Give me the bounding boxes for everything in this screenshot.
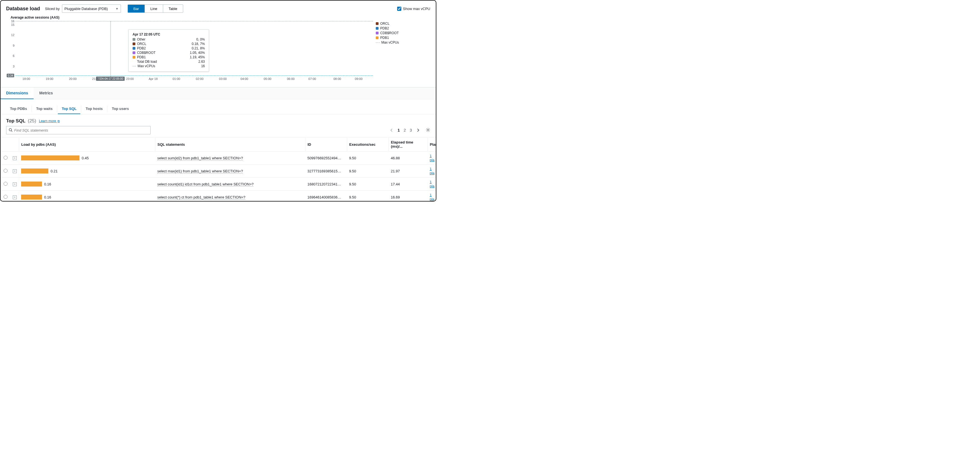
x-tick: 09:00: [355, 77, 363, 81]
plans-link[interactable]: 1 pla: [430, 193, 434, 201]
pager-page-1[interactable]: 1: [398, 128, 400, 132]
load-bar: [21, 168, 48, 173]
show-max-vcpu-checkbox[interactable]: Show max vCPU: [397, 7, 430, 11]
expand-button[interactable]: +: [13, 182, 17, 186]
view-line-button[interactable]: Line: [145, 5, 163, 13]
view-toggle: Bar Line Table: [127, 5, 183, 13]
y-tick: 9: [13, 44, 14, 47]
plans-link[interactable]: 1 pla: [430, 180, 434, 188]
col-plans[interactable]: Plans: [428, 138, 436, 152]
tooltip-row-label: Total DB load: [137, 60, 199, 63]
learn-more-label: Learn more: [39, 119, 56, 123]
tab-metrics[interactable]: Metrics: [33, 87, 58, 99]
tab-top-hosts[interactable]: Top hosts: [82, 104, 107, 114]
y-axis: 16 15 12 9 6 3: [6, 21, 14, 77]
chevron-down-icon: ▼: [116, 7, 118, 10]
x-tick: 21:00: [92, 77, 100, 81]
chart-legend: ORCL PDB2 CDB$ROOT PDB1 Max vCPUs: [376, 21, 399, 82]
x-tick: 20:00: [69, 77, 77, 81]
tooltip-row-label: CDB$ROOT: [137, 51, 190, 55]
tooltip-title: Apr 17 22:05 UTC: [132, 32, 205, 36]
row-radio[interactable]: [3, 156, 8, 160]
x-tick: 23:00: [126, 77, 134, 81]
load-bar: [21, 195, 42, 200]
legend-label: ORCL: [380, 22, 390, 25]
table-row: +0.45select sum(id2) from pdb1_table1 wh…: [0, 152, 436, 165]
elapsed-time: 16.69: [388, 191, 428, 202]
row-radio[interactable]: [3, 169, 8, 173]
legend-label: CDB$ROOT: [380, 31, 399, 35]
section-count: (25): [28, 118, 36, 124]
view-bar-button[interactable]: Bar: [128, 5, 145, 13]
aas-chart[interactable]: 16 15 12 9 6 3 0.34 2024-04-17 22:05:00 …: [6, 21, 373, 82]
hover-line: [110, 21, 111, 77]
table-row: +0.21select max(id1) from pdb1_table1 wh…: [0, 165, 436, 177]
col-load[interactable]: Load by pdbs (AAS): [19, 138, 155, 152]
search-box[interactable]: [6, 126, 151, 135]
tooltip-row-value: 2.63: [199, 60, 205, 63]
x-tick: 01:00: [173, 77, 180, 81]
tooltip-row-label: PDB2: [137, 46, 192, 50]
main-tabs: Dimensions Metrics: [0, 87, 436, 99]
expand-button[interactable]: +: [13, 195, 17, 199]
col-elapsed[interactable]: Elapsed time (ms)/...: [388, 138, 428, 152]
sql-id: 168072120722341…: [305, 177, 347, 191]
expand-button[interactable]: +: [13, 169, 17, 173]
exec-per-sec: 9.50: [347, 177, 388, 191]
exec-per-sec: 9.50: [347, 165, 388, 177]
exec-per-sec: 9.50: [347, 191, 388, 202]
pager-next[interactable]: [416, 128, 420, 132]
chart-tooltip: Apr 17 22:05 UTC Other0, 0% ORCL0.18, 7%…: [129, 29, 209, 71]
tooltip-row-value: 0.21, 8%: [192, 46, 205, 50]
tab-top-pdbs[interactable]: Top PDBs: [6, 104, 31, 114]
load-value: 0.21: [51, 169, 57, 173]
search-input[interactable]: [14, 128, 148, 132]
pager-prev[interactable]: [390, 128, 394, 132]
load-value: 0.45: [82, 156, 89, 160]
sql-statement[interactable]: select count(id1) id1ct from pdb1_table1…: [158, 182, 253, 187]
expand-button[interactable]: +: [13, 156, 17, 160]
y-tick: 16: [11, 19, 14, 23]
x-tick: 06:00: [287, 77, 294, 81]
row-radio[interactable]: [3, 182, 8, 186]
tab-top-sql[interactable]: Top SQL: [58, 104, 80, 114]
section-title: Top SQL (25): [6, 118, 36, 124]
col-sql[interactable]: SQL statements: [155, 138, 305, 152]
settings-button[interactable]: [426, 128, 430, 133]
learn-more-link[interactable]: Learn more ⧉: [39, 119, 60, 123]
sql-statement[interactable]: select sum(id2) from pdb1_table1 where S…: [158, 156, 243, 160]
x-tick: 18:00: [22, 77, 30, 81]
table-row: +0.16select count(id1) id1ct from pdb1_t…: [0, 177, 436, 191]
sliced-by-value: Pluggable Database (PDB): [64, 7, 108, 11]
pager-page-3[interactable]: 3: [410, 128, 412, 132]
top-sql-table: Load by pdbs (AAS) SQL statements ID Exe…: [0, 137, 436, 201]
x-axis: 2024-04-17 22:05:00 18:0019:0020:0021:00…: [16, 77, 373, 82]
show-max-vcpu-label: Show max vCPU: [403, 7, 430, 11]
tab-top-users[interactable]: Top users: [108, 104, 132, 114]
plans-link[interactable]: 1 pla: [430, 154, 434, 162]
legend-swatch: [376, 36, 379, 39]
col-id[interactable]: ID: [305, 138, 347, 152]
tooltip-row-label: PDB1: [137, 55, 190, 59]
tooltip-row-value: 1.05, 40%: [190, 51, 205, 55]
y-tick: 15: [11, 23, 14, 26]
exec-per-sec: 9.50: [347, 152, 388, 165]
show-max-vcpu-input[interactable]: [397, 7, 401, 11]
tab-top-waits[interactable]: Top waits: [32, 104, 56, 114]
legend-label: PDB2: [380, 26, 389, 30]
plans-link[interactable]: 1 pla: [430, 167, 434, 175]
table-row: +0.16select count(*) ct from pdb1_table1…: [0, 191, 436, 202]
load-bar: [21, 182, 42, 187]
view-table-button[interactable]: Table: [163, 5, 183, 13]
dimension-tabs: Top PDBs Top waits Top SQL Top hosts Top…: [0, 104, 436, 114]
tooltip-row-value: 0.18, 7%: [192, 42, 205, 46]
elapsed-time: 21.97: [388, 165, 428, 177]
tab-dimensions[interactable]: Dimensions: [0, 87, 33, 99]
tooltip-row-label: Other: [137, 38, 196, 41]
sql-statement[interactable]: select max(id1) from pdb1_table1 where S…: [158, 169, 243, 173]
row-radio[interactable]: [3, 195, 8, 199]
pager-page-2[interactable]: 2: [404, 128, 406, 132]
sliced-by-select[interactable]: Pluggable Database (PDB) ▼: [62, 5, 121, 13]
col-exec[interactable]: Executions/sec: [347, 138, 388, 152]
sql-statement[interactable]: select count(*) ct from pdb1_table1 wher…: [158, 195, 245, 200]
